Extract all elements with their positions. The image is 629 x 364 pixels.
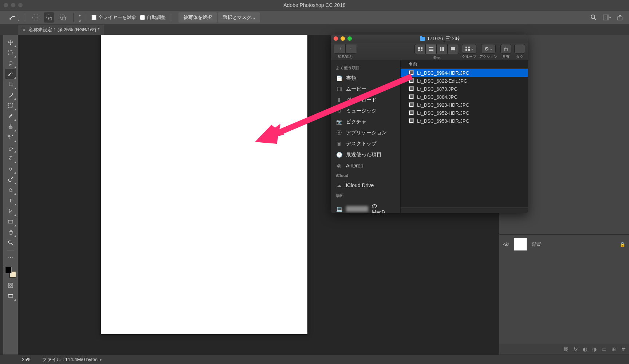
action-button[interactable]: ⚙⌄ (481, 44, 496, 54)
gradient-tool[interactable] (5, 153, 16, 163)
quick-selection-tool[interactable] (5, 69, 16, 79)
gallery-view-icon[interactable] (448, 44, 459, 54)
frame-tool[interactable] (5, 100, 16, 111)
crop-tool[interactable] (5, 79, 16, 90)
svg-text:T: T (9, 198, 12, 203)
document-tab[interactable]: × 名称未設定 1 @ 25% (RGB/16*) * (18, 25, 104, 35)
move-tool[interactable] (5, 37, 16, 47)
select-subject-button[interactable]: 被写体を選択 (178, 12, 217, 23)
group-button[interactable]: ⌄ (462, 44, 476, 54)
finder-close-icon[interactable] (334, 36, 338, 41)
layers-panel-footer: ⛓ fx ◐ ◑ ▭ ⊞ 🗑 (499, 344, 629, 355)
hand-tool[interactable] (5, 227, 16, 237)
file-row[interactable]: Lr_DSC_6822-Edit.JPG (401, 77, 528, 85)
sample-all-layers-checkbox[interactable]: 全レイヤーを対象 (91, 14, 136, 21)
layer-row[interactable]: 背景 🔒 (499, 235, 629, 254)
brush-tool[interactable] (5, 111, 16, 121)
new-layer-icon[interactable]: ⊞ (612, 346, 616, 352)
history-brush-tool[interactable] (5, 132, 16, 142)
workspace-icon[interactable]: ▾ (603, 13, 611, 21)
edit-toolbar[interactable]: ⋯ (5, 253, 16, 263)
forward-button[interactable]: 〉 (345, 44, 357, 54)
svg-line-7 (594, 18, 596, 20)
file-row[interactable]: Lr_DSC_6994-HDR.JPG (401, 69, 528, 77)
file-row[interactable]: Lr_DSC_6878.JPG (401, 85, 528, 93)
sidebar-item-pic[interactable]: 📷ピクチャ (331, 116, 400, 127)
window-close-icon[interactable] (4, 3, 8, 7)
pen-tool[interactable] (5, 185, 16, 195)
sidebar-item-icloud-drive[interactable]: ☁iCloud Drive (331, 180, 400, 191)
group-icon[interactable]: ▭ (602, 346, 606, 352)
sidebar-item-clock[interactable]: 🕘最近使った項目 (331, 149, 400, 160)
window-minimize-icon[interactable] (11, 3, 15, 7)
file-row[interactable]: Lr_DSC_6923-HDR.JPG (401, 101, 528, 109)
file-row[interactable]: Lr_DSC_6958-HDR.JPG (401, 117, 528, 125)
type-tool[interactable]: T (5, 195, 16, 206)
svg-rect-28 (418, 50, 420, 51)
finder-minimize-icon[interactable] (341, 36, 345, 41)
new-selection-icon[interactable] (30, 12, 40, 23)
path-select-tool[interactable] (5, 206, 16, 216)
file-info[interactable]: ファイル : 114.4M/0 bytes▸ (42, 356, 102, 363)
lock-icon[interactable]: 🔒 (620, 242, 625, 247)
visibility-icon[interactable] (503, 241, 510, 248)
marquee-tool[interactable] (5, 48, 16, 58)
sidebar-item-film[interactable]: 🎞ムービー (331, 84, 400, 95)
layer-thumbnail[interactable] (514, 238, 527, 251)
finder-folder-title: 171026_三ツ峠 (420, 35, 460, 42)
screen-mode-icon[interactable] (5, 291, 16, 301)
layer-fx-icon[interactable]: fx (574, 346, 578, 352)
quick-mask-icon[interactable] (5, 280, 16, 290)
eyedropper-tool[interactable] (5, 90, 16, 100)
sidebar-item-music[interactable]: ♫ミュージック (331, 106, 400, 116)
column-header-name[interactable]: 名前 (401, 60, 528, 69)
sidebar-item-air[interactable]: ◎AirDrop (331, 160, 400, 171)
brush-size[interactable]: •5 (79, 12, 81, 23)
document-canvas[interactable] (101, 35, 307, 334)
layer-mask-icon[interactable]: ◐ (583, 346, 587, 352)
auto-enhance-checkbox[interactable]: 自動調整 (140, 14, 166, 21)
share-icon[interactable] (616, 13, 624, 21)
sidebar-item-desk[interactable]: 🖥デスクトップ (331, 138, 400, 149)
color-swatches[interactable] (5, 267, 16, 278)
delete-layer-icon[interactable]: 🗑 (621, 346, 626, 352)
shape-tool[interactable] (5, 217, 16, 227)
view-mode-selector[interactable] (414, 44, 459, 54)
share-button[interactable] (500, 44, 511, 54)
link-layers-icon[interactable]: ⛓ (563, 346, 569, 352)
current-tool-icon[interactable] (5, 12, 20, 23)
sidebar-item-down[interactable]: ⬇ダウンロード (331, 95, 400, 106)
tags-button[interactable] (514, 44, 525, 54)
air-icon: ◎ (336, 162, 342, 169)
sidebar-item-computer[interactable]: 💻XXXX の MacB... (331, 201, 400, 213)
lasso-tool[interactable] (5, 58, 16, 68)
eraser-tool[interactable] (5, 143, 16, 153)
finder-zoom-icon[interactable] (347, 36, 352, 41)
zoom-tool[interactable] (5, 238, 16, 248)
adjustment-icon[interactable]: ◑ (592, 346, 597, 352)
sidebar-item-doc[interactable]: 📄書類 (331, 73, 400, 84)
search-icon[interactable] (590, 13, 598, 21)
add-selection-icon[interactable] (44, 12, 54, 23)
finder-window[interactable]: 171026_三ツ峠 〈 〉 戻る/進む 表示 ⌄ グループ ⚙⌄ アクショ (331, 35, 528, 213)
back-button[interactable]: 〈 (334, 44, 345, 54)
file-row[interactable]: Lr_DSC_6952-HDR.JPG (401, 109, 528, 117)
column-view-icon[interactable] (437, 44, 448, 54)
list-view-icon[interactable] (426, 44, 437, 54)
dodge-tool[interactable] (5, 174, 16, 185)
close-tab-icon[interactable]: × (23, 27, 25, 33)
icon-view-icon[interactable] (415, 44, 426, 54)
sidebar-item-app[interactable]: Ⓐアプリケーション (331, 127, 400, 138)
horizontal-scrollbar[interactable] (401, 207, 528, 213)
stamp-tool[interactable] (5, 122, 16, 132)
select-and-mask-button[interactable]: 選択とマスク... (218, 12, 260, 23)
panel-collapse[interactable] (0, 35, 3, 355)
folder-icon (420, 37, 425, 41)
svg-rect-37 (451, 51, 452, 51)
zoom-level[interactable]: 25% (22, 357, 31, 362)
file-row[interactable]: Lr_DSC_6884.JPG (401, 93, 528, 101)
blur-tool[interactable] (5, 164, 16, 174)
finder-titlebar[interactable]: 171026_三ツ峠 (331, 35, 528, 43)
window-zoom-icon[interactable] (18, 3, 23, 7)
subtract-selection-icon[interactable] (58, 12, 68, 23)
